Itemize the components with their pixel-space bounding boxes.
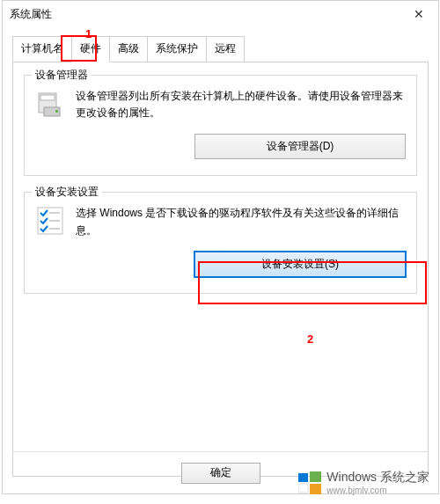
- device-manager-button[interactable]: 设备管理器(D): [194, 134, 406, 159]
- device-manager-text: 设备管理器列出所有安装在计算机上的硬件设备。请使用设备管理器来更改设备的属性。: [76, 88, 406, 121]
- tab-content: 设备管理器 设备管理器列出所有安装在计算机上的硬件设备。请使用设备管理器来更改设…: [12, 62, 429, 477]
- svg-rect-11: [310, 484, 321, 494]
- device-manager-group: 设备管理器 设备管理器列出所有安装在计算机上的硬件设备。请使用设备管理器来更改设…: [24, 75, 417, 176]
- tab-system-protection[interactable]: 系统保护: [147, 36, 207, 62]
- watermark-text: Windows 系统之家: [326, 470, 429, 486]
- checklist-icon: [35, 205, 65, 237]
- watermark: Windows 系统之家 www.bjmlv.com: [298, 470, 429, 495]
- device-install-text: 选择 Windows 是否下载设备的驱动程序软件及有关这些设备的详细信息。: [76, 205, 406, 238]
- group-title: 设备安装设置: [32, 185, 102, 200]
- window-title: 系统属性: [10, 7, 52, 22]
- svg-rect-8: [298, 473, 308, 482]
- tabs: 计算机名 硬件 高级 系统保护 远程: [12, 36, 429, 62]
- svg-rect-1: [40, 95, 55, 100]
- annotation-2: 2: [307, 332, 313, 346]
- device-manager-icon: [35, 88, 65, 120]
- svg-rect-9: [310, 471, 321, 482]
- ok-button[interactable]: 确定: [181, 463, 260, 484]
- windows-logo-icon: [298, 471, 321, 494]
- tab-computer-name[interactable]: 计算机名: [12, 36, 72, 62]
- close-button[interactable]: ✕: [400, 1, 438, 27]
- close-icon: ✕: [414, 7, 424, 21]
- tab-advanced[interactable]: 高级: [109, 36, 148, 62]
- titlebar: 系统属性 ✕: [3, 1, 438, 27]
- svg-rect-3: [55, 110, 58, 113]
- tab-remote[interactable]: 远程: [206, 36, 245, 62]
- system-properties-window: 系统属性 ✕ 1 计算机名 硬件 高级 系统保护 远程 设备管理器 设备管理: [2, 0, 439, 494]
- svg-rect-10: [298, 484, 308, 493]
- group-title: 设备管理器: [32, 68, 92, 83]
- watermark-url: www.bjmlv.com: [326, 486, 429, 495]
- device-install-settings-button[interactable]: 设备安装设置(S): [194, 252, 406, 277]
- annotation-1: 1: [85, 27, 92, 40]
- device-install-group: 设备安装设置 选择 Windows 是否下载设备的驱动程序软件及有关这些设备的详…: [24, 192, 417, 293]
